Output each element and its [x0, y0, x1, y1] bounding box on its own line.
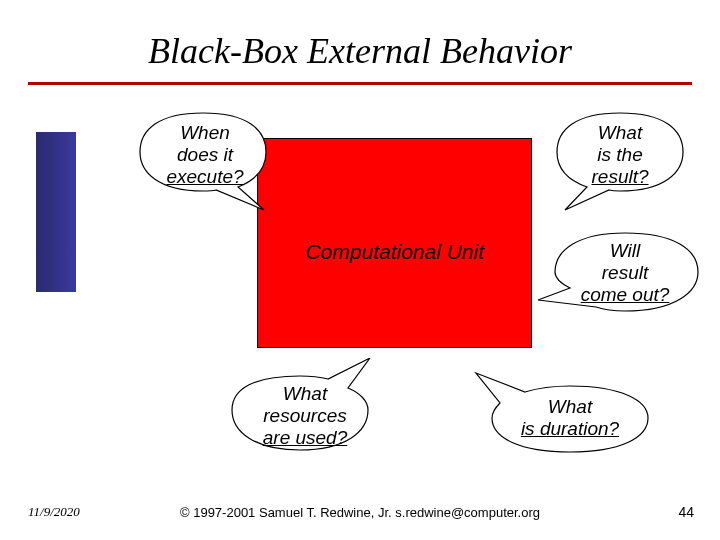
callout-line: execute?	[150, 166, 260, 188]
callout-line: What	[500, 396, 640, 418]
callout-line: What	[240, 383, 370, 405]
callout-line: What	[565, 122, 675, 144]
page-title: Black-Box External Behavior	[0, 30, 720, 72]
computational-unit-label: Computational Unit	[270, 240, 520, 264]
callout-line: come out?	[560, 284, 690, 306]
callout-will-come: Will result come out?	[560, 240, 690, 306]
callout-line: is the	[565, 144, 675, 166]
callout-line: are used?	[240, 427, 370, 449]
footer-page-number: 44	[678, 504, 694, 520]
callout-when: When does it execute?	[150, 122, 260, 188]
slide: Black-Box External Behavior Computationa…	[0, 0, 720, 540]
callout-line: result?	[565, 166, 675, 188]
callout-line: When	[150, 122, 260, 144]
callout-line: result	[560, 262, 690, 284]
accent-bar	[36, 132, 76, 292]
callout-resources: What resources are used?	[240, 383, 370, 449]
title-underline	[28, 82, 692, 85]
callout-line: resources	[240, 405, 370, 427]
footer-copyright: © 1997-2001 Samuel T. Redwine, Jr. s.red…	[0, 505, 720, 520]
callout-line: Will	[560, 240, 690, 262]
callout-what-result: What is the result?	[565, 122, 675, 188]
callout-line: does it	[150, 144, 260, 166]
callout-duration: What is duration?	[500, 396, 640, 440]
callout-line: is duration?	[500, 418, 640, 440]
